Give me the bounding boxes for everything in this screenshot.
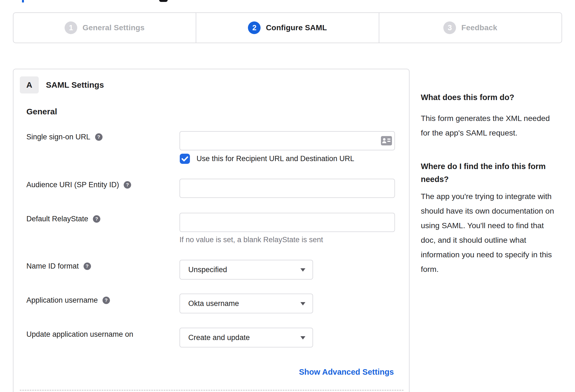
sso-url-help-icon[interactable]: ? bbox=[95, 133, 103, 141]
dropdown-arrow-icon bbox=[300, 302, 305, 305]
dropdown-arrow-icon bbox=[300, 336, 305, 339]
sidebar-heading-what: What does this form do? bbox=[421, 91, 564, 104]
sso-recipient-checkbox-row: Use this for Recipient URL and Destinati… bbox=[180, 154, 354, 164]
sidebar-heading-where: Where do I find the info this form needs… bbox=[421, 160, 564, 186]
name-id-format-label: Name ID format ? bbox=[26, 262, 91, 270]
step-configure-saml[interactable]: 2 Configure SAML bbox=[196, 13, 379, 43]
saml-settings-panel: A SAML Settings General Single sign-on U… bbox=[13, 69, 410, 392]
name-id-format-help-icon[interactable]: ? bbox=[84, 263, 91, 270]
sso-url-label: Single sign-on URL ? bbox=[26, 133, 103, 141]
audience-uri-label: Audience URI (SP Entity ID) ? bbox=[26, 181, 131, 189]
sidebar-paragraph-where: The app you're trying to integrate with … bbox=[421, 189, 564, 277]
audience-uri-input[interactable] bbox=[179, 179, 395, 198]
default-relaystate-help-icon[interactable]: ? bbox=[93, 215, 100, 223]
step-2-label: Configure SAML bbox=[266, 23, 327, 32]
application-username-label: Application username ? bbox=[26, 296, 110, 305]
cutoff-blue-fragment bbox=[22, 0, 24, 2]
recipient-url-checkbox[interactable] bbox=[180, 154, 190, 164]
step-3-number-badge: 3 bbox=[443, 21, 456, 34]
default-relaystate-input[interactable] bbox=[179, 213, 395, 232]
update-app-username-label-text: Update application username on bbox=[26, 330, 133, 339]
update-app-username-value: Create and update bbox=[188, 333, 250, 342]
show-advanced-settings-link[interactable]: Show Advanced Settings bbox=[299, 368, 394, 377]
audience-uri-label-text: Audience URI (SP Entity ID) bbox=[26, 181, 119, 189]
default-relaystate-hint: If no value is set, a blank RelayState i… bbox=[179, 236, 323, 244]
default-relaystate-label-text: Default RelayState bbox=[26, 215, 88, 223]
section-title: SAML Settings bbox=[46, 80, 104, 90]
help-sidebar: What does this form do? This form genera… bbox=[421, 91, 564, 277]
section-a-badge: A bbox=[20, 76, 39, 93]
sidebar-paragraph-what: This form generates the XML needed for t… bbox=[421, 111, 564, 140]
checkmark-icon bbox=[181, 156, 188, 162]
application-username-value: Okta username bbox=[188, 299, 239, 308]
step-3-label: Feedback bbox=[461, 23, 497, 32]
step-2-number-badge: 2 bbox=[248, 21, 261, 34]
general-group-heading: General bbox=[26, 107, 57, 116]
default-relaystate-label: Default RelayState ? bbox=[26, 215, 100, 223]
application-username-help-icon[interactable]: ? bbox=[103, 297, 110, 304]
wizard-stepper: 1 General Settings 2 Configure SAML 3 Fe… bbox=[13, 12, 562, 43]
application-username-label-text: Application username bbox=[26, 296, 98, 305]
contact-card-icon bbox=[381, 136, 392, 145]
update-app-username-label: Update application username on bbox=[26, 330, 133, 339]
name-id-format-select[interactable]: Unspecified bbox=[179, 260, 313, 280]
application-username-select[interactable]: Okta username bbox=[179, 294, 313, 313]
section-dashed-divider bbox=[20, 390, 403, 391]
sso-url-input[interactable] bbox=[179, 131, 395, 150]
dropdown-arrow-icon bbox=[300, 268, 305, 272]
recipient-url-checkbox-label[interactable]: Use this for Recipient URL and Destinati… bbox=[197, 154, 354, 163]
step-general-settings[interactable]: 1 General Settings bbox=[13, 13, 196, 43]
step-feedback[interactable]: 3 Feedback bbox=[379, 13, 562, 43]
step-1-label: General Settings bbox=[82, 23, 145, 32]
name-id-format-label-text: Name ID format bbox=[26, 262, 79, 270]
update-app-username-select[interactable]: Create and update bbox=[179, 328, 313, 347]
name-id-format-value: Unspecified bbox=[188, 266, 227, 274]
step-1-number-badge: 1 bbox=[65, 21, 77, 34]
audience-uri-help-icon[interactable]: ? bbox=[124, 181, 131, 189]
sso-url-label-text: Single sign-on URL bbox=[26, 133, 90, 141]
cutoff-app-logo-fragment bbox=[159, 0, 168, 2]
